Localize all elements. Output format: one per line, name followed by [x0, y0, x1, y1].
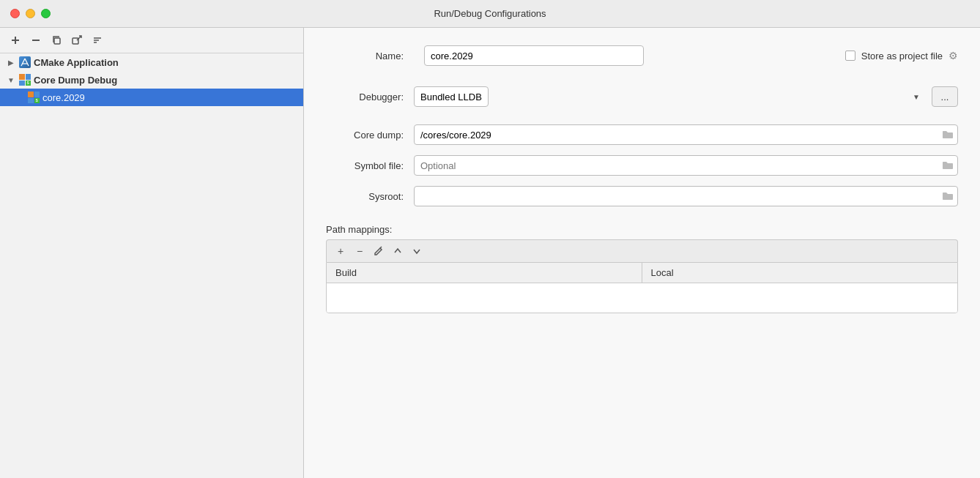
add-config-button[interactable]: [7, 32, 23, 48]
debugger-label: Debugger:: [326, 92, 414, 102]
traffic-lights: [10, 9, 51, 18]
path-mappings-table: Build Local: [326, 262, 958, 313]
close-button[interactable]: [10, 9, 20, 18]
debugger-select-wrapper: Bundled LLDB Custom LLDB ▼ ...: [414, 86, 958, 107]
main-layout: ▶ CMake Application ▼: [0, 28, 980, 478]
symbol-file-folder-button[interactable]: [942, 160, 954, 171]
name-left: Name:: [326, 45, 644, 66]
copy-config-button[interactable]: [48, 32, 64, 48]
svg-line-10: [25, 59, 29, 66]
cmake-application-label: CMake Application: [34, 57, 119, 68]
symbol-file-input[interactable]: [414, 155, 958, 176]
sidebar-item-core-2029[interactable]: core.2029: [0, 89, 303, 106]
store-as-project-checkbox[interactable]: [845, 51, 855, 61]
name-input[interactable]: [424, 45, 644, 66]
sidebar: ▶ CMake Application ▼: [0, 28, 304, 478]
pm-up-button[interactable]: [390, 243, 406, 259]
store-project-section: Store as project file ⚙: [845, 50, 958, 61]
sidebar-tree: ▶ CMake Application ▼: [0, 53, 303, 478]
core2029-icon: [28, 92, 40, 103]
pm-down-button[interactable]: [409, 243, 425, 259]
sort-button[interactable]: [89, 32, 105, 48]
sidebar-toolbar: [0, 28, 303, 53]
core-dump-folder-button[interactable]: [942, 130, 954, 140]
core-dump-input-wrapper: [414, 124, 958, 145]
svg-line-9: [21, 59, 25, 66]
svg-rect-8: [21, 59, 29, 66]
minimize-button[interactable]: [26, 9, 35, 18]
window-title: Run/Debug Configurations: [434, 8, 546, 19]
pm-remove-button[interactable]: −: [352, 243, 368, 259]
core-dump-input[interactable]: [414, 124, 958, 145]
pm-add-button[interactable]: +: [333, 243, 349, 259]
core-dump-icon: [19, 74, 31, 86]
pm-local-header: Local: [642, 263, 958, 283]
symbol-file-row: Symbol file:: [326, 155, 958, 176]
svg-rect-3: [54, 38, 60, 44]
remove-config-button[interactable]: [28, 32, 44, 48]
name-row: Name: Store as project file ⚙: [326, 45, 958, 66]
debugger-row: Debugger: Bundled LLDB Custom LLDB ▼ ...: [326, 86, 958, 107]
sysroot-input-wrapper: [414, 186, 958, 206]
core-dump-debug-label: Core Dump Debug: [34, 75, 117, 86]
sysroot-label: Sysroot:: [326, 191, 414, 202]
sysroot-folder-button[interactable]: [942, 191, 954, 201]
symbol-file-input-wrapper: [414, 155, 958, 176]
move-into-button[interactable]: [69, 32, 85, 48]
debugger-select[interactable]: Bundled LLDB Custom LLDB: [414, 86, 489, 107]
tree-arrow-core-dump: ▼: [6, 76, 16, 84]
path-mappings-section: Path mappings: + −: [326, 224, 958, 313]
maximize-button[interactable]: [41, 9, 51, 18]
core-dump-label: Core dump:: [326, 130, 414, 141]
name-label: Name:: [326, 51, 414, 61]
tree-arrow-cmake: ▶: [6, 59, 16, 67]
debugger-select-container: Bundled LLDB Custom LLDB ▼: [414, 86, 927, 107]
cmake-icon: [19, 56, 31, 68]
symbol-file-label: Symbol file:: [326, 160, 414, 171]
gear-icon[interactable]: ⚙: [949, 50, 958, 61]
debugger-ellipsis-button[interactable]: ...: [932, 86, 958, 107]
core2029-label: core.2029: [42, 92, 85, 103]
pm-build-header: Build: [327, 263, 642, 283]
sidebar-item-cmake-application[interactable]: ▶ CMake Application: [0, 53, 303, 71]
path-mappings-toolbar: + −: [326, 239, 958, 262]
title-bar: Run/Debug Configurations: [0, 0, 980, 28]
sysroot-row: Sysroot:: [326, 186, 958, 206]
sysroot-input[interactable]: [414, 186, 958, 206]
core-dump-row: Core dump:: [326, 124, 958, 145]
svg-line-12: [380, 247, 382, 248]
pm-edit-button[interactable]: [371, 243, 387, 259]
path-mappings-header: Build Local: [327, 263, 957, 283]
sidebar-item-core-dump-debug[interactable]: ▼ Core Dump Debug: [0, 71, 303, 89]
store-as-project-label: Store as project file: [861, 51, 943, 61]
content-area: Name: Store as project file ⚙ Debugger: …: [304, 28, 980, 478]
select-arrow-icon: ▼: [913, 93, 920, 101]
path-mappings-label: Path mappings:: [326, 224, 958, 235]
path-mappings-body: [327, 283, 957, 313]
